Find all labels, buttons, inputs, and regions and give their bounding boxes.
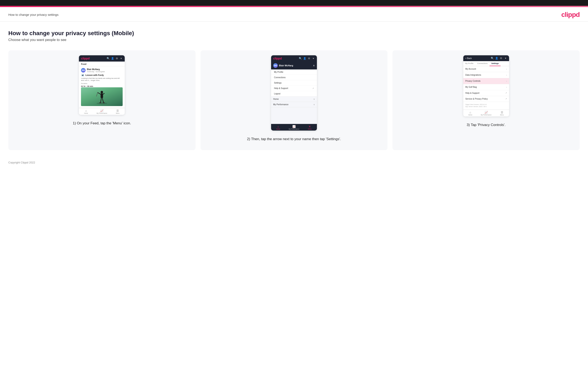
menu-connections: Connections: [271, 75, 317, 80]
step-2-card: clippd 🔍 👤 ⚙ ▾ BM Blair McHarg ∧: [200, 50, 388, 150]
phone-2-bottom-bar: ⌂ Home 📈 My Performance ✕ Menu: [271, 124, 317, 131]
logo: clippd: [561, 11, 580, 18]
svg-point-9: [103, 102, 105, 103]
duration-value: 01 hr : 30 min: [81, 85, 123, 87]
bottom-home-2: ⌂ Home: [274, 125, 282, 130]
menu-label-2: Menu: [308, 128, 312, 130]
bottom-home: ⌂ Home: [82, 109, 90, 114]
privacy-controls-chevron: ›: [506, 80, 507, 82]
post-date: Yesterday · Sunningdale: [87, 71, 105, 73]
performance-label-2: My Performance: [289, 128, 299, 130]
feed-label: Feed: [79, 62, 125, 66]
svg-line-6: [101, 98, 101, 102]
search-icon: 🔍: [107, 57, 110, 60]
user-row: BM Blair McHarg ∧: [271, 62, 317, 69]
svg-line-3: [98, 92, 101, 94]
bottom-home-3: ⌂ Home: [467, 111, 474, 116]
step-1-caption: 1) On your Feed, tap the 'Menu' icon.: [73, 121, 131, 126]
phone-1-logo: clippd: [81, 57, 89, 60]
phone-2-logo: clippd: [273, 57, 282, 60]
phone-2-navbar: clippd 🔍 👤 ⚙ ▾: [271, 55, 317, 62]
settings-icon-2: ⚙: [308, 57, 311, 60]
my-account-label: My Account: [465, 68, 476, 70]
performance-label-3: My Performance: [481, 114, 491, 116]
post-text: Looking to feel like my hands are exitin…: [81, 77, 123, 82]
user-name: Blair McHarg: [279, 64, 293, 67]
phone-2-icons: 🔍 👤 ⚙ ▾: [299, 57, 315, 60]
performance-icon-2: 📈: [292, 125, 296, 128]
header: How to change your privacy settings clip…: [0, 7, 588, 22]
dropdown-menu: My Profile Connections Settings Help & S…: [271, 69, 317, 96]
chevron-up-icon: ∧: [313, 64, 315, 67]
post-avatar: BM: [81, 68, 86, 73]
settings-tabs: My Profile Connections Settings: [463, 61, 509, 66]
svg-point-0: [96, 102, 107, 104]
settings-list: My Account › Data Integrations › Privacy…: [463, 66, 509, 102]
breadcrumb: How to change your privacy settings: [8, 13, 59, 17]
step-2-caption: 2) Then, tap the arrow next to your name…: [247, 136, 341, 142]
settings-my-golf-bag: My Golf Bag ›: [463, 84, 509, 90]
settings-my-account: My Account ›: [463, 66, 509, 72]
main-content: How to change your privacy settings (Mob…: [0, 22, 588, 150]
step-3-phone: < Back 🔍 👤 ⚙ ▾ My Profile Connections Se…: [463, 55, 509, 117]
footer: Copyright Clippd 2022: [0, 154, 588, 168]
bottom-menu-3: ☰ Menu: [498, 111, 506, 116]
home-label: Home: [84, 112, 88, 114]
page-title: How to change your privacy settings (Mob…: [8, 30, 580, 37]
top-bar: [0, 0, 588, 6]
post-author: Blair McHarg: [87, 68, 105, 71]
copyright: Copyright Clippd 2022: [8, 161, 35, 164]
tab-settings: Settings: [490, 61, 501, 66]
back-button: < Back: [465, 57, 472, 59]
settings-privacy-controls: Privacy Controls ›: [463, 78, 509, 84]
lesson-icon: 📹: [81, 73, 84, 77]
bottom-menu-2: ✕ Menu: [306, 125, 314, 130]
privacy-controls-label: Privacy Controls: [465, 80, 481, 82]
step-3-caption: 3) Tap 'Privacy Controls'.: [467, 122, 506, 128]
menu-icon: ☰: [116, 109, 119, 112]
close-icon: ✕: [309, 125, 311, 128]
duration-label: Duration: [81, 83, 123, 84]
post-header: BM Blair McHarg Yesterday · Sunningdale: [81, 68, 123, 73]
bottom-performance-3: 📈 My Performance: [481, 111, 491, 116]
service-privacy-ext-icon: ↗: [505, 98, 507, 100]
settings-icon-3: ⚙: [500, 57, 503, 60]
menu-my-profile: My Profile: [271, 69, 317, 75]
tab-connections: Connections: [475, 61, 490, 66]
settings-data-integrations: Data Integrations ›: [463, 72, 509, 78]
help-support-ext-icon: ↗: [505, 92, 507, 94]
nav-performance-chevron: ∨: [313, 103, 315, 106]
back-bar: < Back 🔍 👤 ⚙ ▾: [463, 55, 509, 61]
menu-settings: Settings: [271, 80, 317, 86]
step-3-card: < Back 🔍 👤 ⚙ ▾ My Profile Connections Se…: [392, 50, 580, 150]
my-golf-bag-label: My Golf Bag: [465, 86, 477, 88]
nav-performance-label: My Performance: [273, 103, 288, 106]
home-label-3: Home: [468, 114, 472, 116]
chevron-icon-3: ▾: [504, 57, 507, 60]
home-label-2: Home: [276, 128, 280, 130]
bottom-menu: ☰ Menu: [114, 109, 121, 114]
performance-icon: 📈: [100, 109, 104, 112]
phone-3-bottom-bar: ⌂ Home 📈 My Performance ☰ Menu: [463, 109, 509, 117]
help-support-label: Help & Support: [465, 92, 480, 94]
my-golf-bag-chevron: ›: [506, 86, 507, 88]
settings-icon: ⚙: [115, 57, 118, 60]
my-account-chevron: ›: [506, 68, 507, 70]
user-icon-2: 👤: [303, 57, 306, 60]
step-2-phone: clippd 🔍 👤 ⚙ ▾ BM Blair McHarg ∧: [271, 55, 317, 131]
menu-icon-3: ☰: [501, 111, 503, 114]
menu-label: Menu: [116, 112, 120, 114]
home-icon: ⌂: [85, 109, 87, 112]
performance-label: My Performance: [97, 112, 107, 114]
home-icon-2: ⌂: [277, 125, 279, 128]
data-integrations-label: Data Integrations: [465, 74, 481, 76]
lesson-row: 📹 Lesson with Fordy: [81, 73, 123, 77]
search-icon-3: 🔍: [491, 57, 494, 60]
user-row-left: BM Blair McHarg: [273, 63, 293, 68]
data-integrations-chevron: ›: [506, 74, 507, 76]
menu-logout: Logout: [271, 91, 317, 96]
svg-point-8: [99, 102, 101, 103]
feed-post: BM Blair McHarg Yesterday · Sunningdale …: [79, 66, 125, 108]
chevron-down-icon: ▾: [120, 57, 123, 60]
svg-point-1: [101, 91, 103, 93]
